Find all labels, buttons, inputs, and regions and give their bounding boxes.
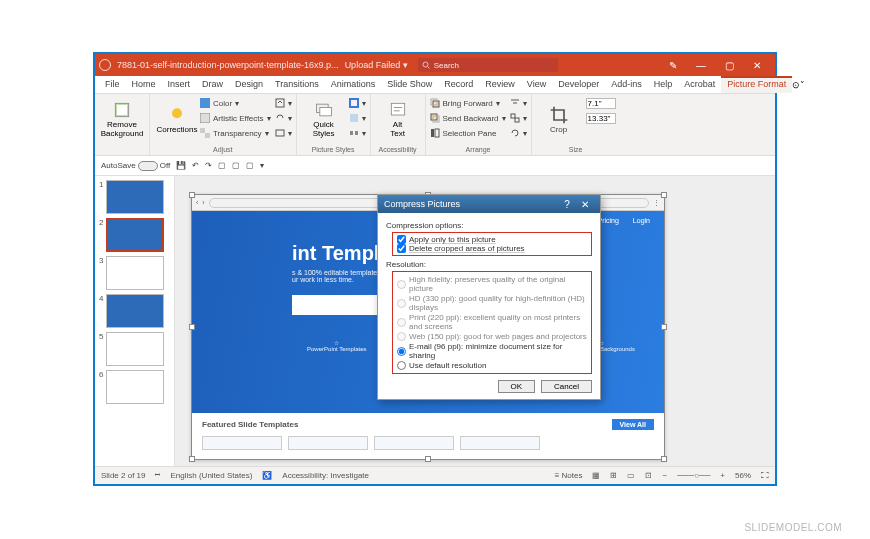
- tab-record[interactable]: Record: [438, 76, 479, 93]
- tab-home[interactable]: Home: [126, 76, 162, 93]
- picture-border-icon[interactable]: ▾: [349, 96, 366, 110]
- thumb-6[interactable]: 6: [95, 366, 174, 404]
- tab-view[interactable]: View: [521, 76, 552, 93]
- ribbon-chevron-icon[interactable]: ˅: [800, 76, 805, 93]
- delete-cropped-checkbox[interactable]: [397, 244, 406, 253]
- watermark: SLIDEMODEL.COM: [744, 522, 842, 533]
- tab-developer[interactable]: Developer: [552, 76, 605, 93]
- res-high-radio: [397, 280, 406, 289]
- sorter-view-icon[interactable]: ⊞: [610, 471, 617, 480]
- share-icon[interactable]: ✎: [659, 60, 687, 71]
- browser-menu-icon: ⋮: [653, 199, 660, 207]
- artistic-effects-button[interactable]: Artistic Effects ▾: [200, 111, 271, 125]
- svg-rect-17: [391, 103, 404, 115]
- maximize-button[interactable]: ▢: [715, 60, 743, 71]
- zoom-level[interactable]: 56%: [735, 471, 751, 480]
- align-icon[interactable]: ▾: [510, 96, 527, 110]
- change-picture-icon[interactable]: ▾: [275, 111, 292, 125]
- thumb-4[interactable]: 4: [95, 290, 174, 328]
- apply-only-checkbox[interactable]: [397, 235, 406, 244]
- minimize-button[interactable]: —: [687, 60, 715, 71]
- tab-slideshow[interactable]: Slide Show: [381, 76, 438, 93]
- qat-more-icon[interactable]: ▾: [260, 161, 264, 170]
- width-field[interactable]: [584, 111, 616, 125]
- reset-picture-icon[interactable]: ▾: [275, 126, 292, 140]
- tab-help[interactable]: Help: [648, 76, 679, 93]
- accessibility-status[interactable]: Accessibility: Investigate: [282, 471, 369, 480]
- save-icon[interactable]: 💾: [176, 161, 186, 170]
- thumb-2[interactable]: 2: [95, 214, 174, 252]
- tab-insert[interactable]: Insert: [162, 76, 197, 93]
- tab-transitions[interactable]: Transitions: [269, 76, 325, 93]
- dialog-help-button[interactable]: ?: [558, 199, 576, 210]
- picture-effects-icon[interactable]: ▾: [349, 111, 366, 125]
- res-default-radio[interactable]: [397, 361, 406, 370]
- qat-icon[interactable]: ▢: [232, 161, 240, 170]
- thumb-1[interactable]: 1: [95, 176, 174, 214]
- compress-pictures-icon[interactable]: ▾: [275, 96, 292, 110]
- redo-icon[interactable]: ↷: [205, 161, 212, 170]
- group-icon[interactable]: ▾: [510, 111, 527, 125]
- close-button[interactable]: ✕: [743, 60, 771, 71]
- selection-pane-button[interactable]: Selection Pane: [430, 126, 506, 140]
- ok-button[interactable]: OK: [498, 380, 536, 393]
- autosave-toggle[interactable]: AutoSaveOff: [101, 161, 170, 171]
- undo-icon[interactable]: ↶: [192, 161, 199, 170]
- thumb-5[interactable]: 5: [95, 328, 174, 366]
- quick-styles-button[interactable]: Quick Styles: [301, 96, 347, 142]
- fit-to-window-icon[interactable]: ⛶: [761, 471, 769, 480]
- slide-thumbnails[interactable]: 1 2 3 4 5 6: [95, 176, 175, 466]
- ribbon-collapse-icon[interactable]: ⊙: [792, 76, 800, 93]
- zoom-slider[interactable]: ───○──: [677, 471, 710, 480]
- upload-status[interactable]: Upload Failed ▾: [345, 60, 408, 70]
- thumb-3[interactable]: 3: [95, 252, 174, 290]
- color-button[interactable]: Color ▾: [200, 96, 271, 110]
- slide-counter[interactable]: Slide 2 of 19: [101, 471, 145, 480]
- slideshow-view-icon[interactable]: ⊡: [645, 471, 652, 480]
- tab-animations[interactable]: Animations: [325, 76, 382, 93]
- dialog-close-button[interactable]: ✕: [576, 199, 594, 210]
- svg-rect-3: [117, 105, 127, 115]
- language[interactable]: English (United States): [170, 471, 252, 480]
- spellcheck-icon[interactable]: ⎶: [155, 471, 160, 480]
- remove-background-button[interactable]: Remove Background: [99, 96, 145, 142]
- search-box[interactable]: Search: [418, 58, 558, 72]
- height-field[interactable]: [584, 96, 616, 110]
- zoom-out-icon[interactable]: −: [662, 471, 667, 480]
- featured-heading: Featured Slide Templates: [202, 420, 298, 429]
- picture-layout-icon[interactable]: ▾: [349, 126, 366, 140]
- zoom-in-icon[interactable]: +: [720, 471, 725, 480]
- cancel-button[interactable]: Cancel: [541, 380, 592, 393]
- tab-acrobat[interactable]: Acrobat: [678, 76, 721, 93]
- delete-cropped-label[interactable]: Delete cropped areas of pictures: [409, 244, 525, 253]
- slide-canvas[interactable]: ‹ › ⋮ Plans & Pricing Login int Template…: [175, 176, 775, 466]
- apply-only-label[interactable]: Apply only to this picture: [409, 235, 496, 244]
- alt-text-button[interactable]: Alt Text: [375, 96, 421, 142]
- svg-rect-12: [319, 108, 331, 116]
- transparency-button[interactable]: Transparency ▾: [200, 126, 271, 140]
- svg-rect-15: [350, 131, 353, 135]
- dialog-titlebar[interactable]: Compress Pictures ? ✕: [378, 195, 600, 213]
- normal-view-icon[interactable]: ▦: [592, 471, 600, 480]
- search-icon: [422, 61, 430, 69]
- tab-file[interactable]: File: [99, 76, 126, 93]
- tab-picture-format[interactable]: Picture Format: [721, 76, 792, 93]
- rotate-icon[interactable]: ▾: [510, 126, 527, 140]
- corrections-button[interactable]: Corrections: [154, 96, 200, 142]
- group-arrange: Bring Forward ▾ Send Backward ▾ Selectio…: [426, 94, 532, 155]
- tab-addins[interactable]: Add-ins: [605, 76, 648, 93]
- tab-review[interactable]: Review: [479, 76, 521, 93]
- res-email-radio[interactable]: [397, 347, 406, 356]
- svg-rect-29: [515, 118, 519, 122]
- bring-forward-button[interactable]: Bring Forward ▾: [430, 96, 506, 110]
- qat-icon[interactable]: ▢: [246, 161, 254, 170]
- tab-design[interactable]: Design: [229, 76, 269, 93]
- autosave-icon: [99, 59, 111, 71]
- svg-rect-8: [205, 133, 210, 138]
- send-backward-button[interactable]: Send Backward ▾: [430, 111, 506, 125]
- notes-button[interactable]: ≡ Notes: [555, 471, 583, 480]
- qat-icon[interactable]: ▢: [218, 161, 226, 170]
- reading-view-icon[interactable]: ▭: [627, 471, 635, 480]
- crop-button[interactable]: Crop: [536, 96, 582, 142]
- tab-draw[interactable]: Draw: [196, 76, 229, 93]
